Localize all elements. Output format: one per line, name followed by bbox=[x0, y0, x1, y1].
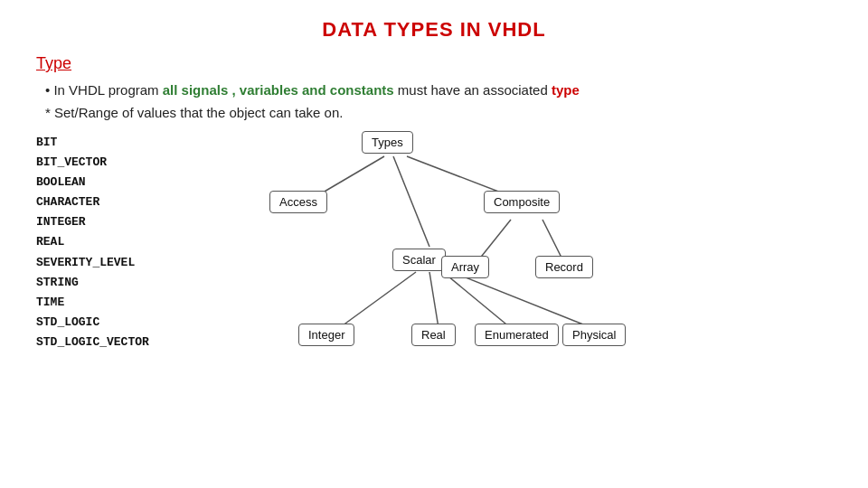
bullet-highlight2: type bbox=[552, 82, 580, 98]
tree-node-types: Types bbox=[362, 131, 413, 154]
tree-node-integer: Integer bbox=[298, 324, 354, 346]
tree-node-composite: Composite bbox=[484, 191, 560, 213]
list-item: TIME bbox=[36, 293, 217, 313]
tree-node-access: Access bbox=[269, 191, 327, 213]
list-item: STD_LOGIC_VECTOR bbox=[36, 333, 217, 352]
list-item: INTEGER bbox=[36, 212, 217, 232]
page-title: DATA TYPES IN VHDL bbox=[36, 18, 832, 42]
tree-node-real: Real bbox=[411, 324, 456, 346]
list-item: BIT_VECTOR bbox=[36, 153, 217, 173]
list-item: STRING bbox=[36, 273, 217, 293]
tree-node-physical: Physical bbox=[562, 324, 626, 346]
list-item: REAL bbox=[36, 232, 217, 252]
left-list: BITBIT_VECTORBOOLEANCHARACTERINTEGERREAL… bbox=[36, 129, 217, 391]
tree-node-record: Record bbox=[535, 256, 593, 278]
bullet-highlight1: all signals , variables and constants bbox=[163, 82, 394, 98]
content-area: BITBIT_VECTORBOOLEANCHARACTERINTEGERREAL… bbox=[36, 129, 832, 391]
svg-line-5 bbox=[339, 272, 416, 328]
list-item: STD_LOGIC bbox=[36, 313, 217, 333]
tree-node-enumerated: Enumerated bbox=[475, 324, 559, 346]
svg-line-7 bbox=[443, 272, 511, 328]
list-item: SEVERITY_LEVEL bbox=[36, 253, 217, 273]
type-heading: Type bbox=[36, 54, 832, 73]
bullet-text: • In VHDL program all signals , variable… bbox=[45, 82, 832, 98]
tree-node-array: Array bbox=[441, 256, 489, 278]
list-item: BOOLEAN bbox=[36, 173, 217, 192]
bullet-prefix: • In VHDL program bbox=[45, 82, 163, 98]
svg-line-2 bbox=[393, 156, 429, 247]
svg-line-8 bbox=[452, 272, 592, 328]
list-item: BIT bbox=[36, 133, 217, 153]
svg-line-6 bbox=[429, 272, 439, 328]
subtext: * Set/Range of values that the object ca… bbox=[45, 105, 832, 120]
tree-area: Types Access Composite Scalar Array Reco… bbox=[244, 129, 832, 391]
list-item: CHARACTER bbox=[36, 192, 217, 212]
tree-node-scalar: Scalar bbox=[392, 249, 446, 271]
bullet-middle: must have an associated bbox=[394, 82, 552, 98]
page: DATA TYPES IN VHDL Type • In VHDL progra… bbox=[0, 0, 868, 488]
